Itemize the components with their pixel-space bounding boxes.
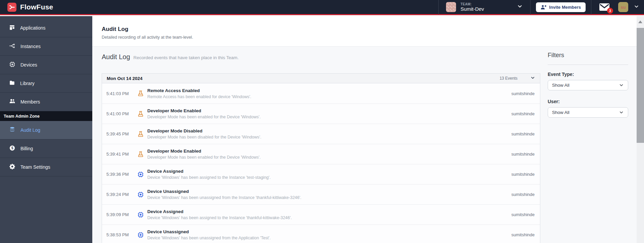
filters-title: Filters	[548, 52, 628, 59]
sidebar-item-label: Library	[20, 81, 35, 86]
event-title: Remote Access Enabled	[147, 88, 251, 93]
sidebar-item-audit-log[interactable]: Audit Log	[0, 121, 92, 139]
event-user: sumitshinde	[511, 232, 540, 237]
scrollbar-thumb[interactable]	[637, 28, 644, 143]
chip-icon	[137, 211, 144, 218]
flask-icon	[137, 90, 144, 97]
user-filter-label: User:	[548, 99, 628, 104]
event-description: Device 'Windows' has been assigned to th…	[147, 215, 292, 220]
library-icon	[9, 80, 15, 87]
date-label: Mon Oct 14 2024	[107, 76, 143, 81]
invite-members-button[interactable]: Invite Members	[536, 2, 586, 12]
user-select[interactable]: Show All	[548, 107, 628, 118]
sidebar-item-label: Members	[20, 99, 40, 105]
svg-text:$: $	[11, 146, 13, 150]
sidebar-item-team-settings[interactable]: Team Settings	[0, 158, 92, 176]
event-time: 5:39:36 PM	[106, 172, 137, 177]
page-title: Audit Log	[102, 26, 637, 33]
event-type-select[interactable]: Show All	[548, 80, 628, 90]
event-description: Developer Mode has been enabled for the …	[147, 115, 261, 119]
event-user: sumitshinde	[511, 192, 540, 197]
event-time: 5:41:03 PM	[106, 91, 137, 96]
event-title: Device Assigned	[147, 169, 270, 174]
event-description: Device 'Windows' has been assigned to th…	[147, 175, 270, 180]
chip-icon	[137, 191, 144, 198]
team-label: TEAM:	[460, 2, 484, 6]
sidebar-item-label: Billing	[20, 146, 33, 151]
top-navbar: FlowFuse TEAM: Sumit-Dev Invite Members	[0, 0, 644, 15]
event-time: 5:41:00 PM	[106, 111, 137, 116]
event-user: sumitshinde	[511, 152, 540, 157]
table-row: 5:39:36 PM Device Assigned Device 'Windo…	[102, 164, 540, 184]
audit-log-icon	[9, 126, 15, 134]
flask-icon	[137, 151, 144, 158]
event-type-label: Event Type:	[548, 72, 628, 77]
chip-icon	[137, 191, 144, 198]
event-title: Developer Mode Enabled	[147, 149, 261, 154]
notifications-button[interactable]: 3	[591, 0, 618, 15]
page-subtitle: Detailed recording of all activity at th…	[102, 35, 637, 40]
brand-name: FlowFuse	[20, 3, 53, 11]
sidebar-item-label: Team Settings	[20, 164, 50, 170]
chip-icon	[137, 232, 144, 238]
mail-icon: 3	[599, 3, 609, 11]
sidebar-item-label: Devices	[20, 62, 37, 68]
instances-icon	[9, 43, 15, 50]
event-user: sumitshinde	[511, 91, 540, 96]
chip-icon	[137, 211, 144, 218]
sidebar-item-label: Instances	[20, 44, 41, 49]
event-time: 5:38:53 PM	[106, 232, 137, 237]
user-menu[interactable]: su	[618, 0, 644, 15]
flask-icon	[137, 131, 144, 137]
date-group-header[interactable]: Mon Oct 14 2024 13 Events	[102, 74, 540, 83]
event-description: Developer Mode has been enabled for the …	[147, 155, 261, 160]
table-row: 5:41:00 PM Developer Mode Enabled Develo…	[102, 104, 540, 124]
members-icon	[9, 98, 15, 106]
sidebar-item-members[interactable]: Members	[0, 93, 92, 111]
sidebar-item-billing[interactable]: $ Billing	[0, 139, 92, 158]
divider	[548, 65, 628, 65]
applications-icon	[9, 25, 15, 32]
event-time: 5:39:41 PM	[106, 152, 137, 157]
flask-icon	[137, 151, 144, 158]
event-user: sumitshinde	[511, 111, 540, 116]
flask-icon	[137, 90, 144, 97]
team-avatar	[446, 2, 456, 12]
chevron-down-icon	[517, 3, 523, 11]
event-description: Developer Mode has been disabled for the…	[147, 135, 261, 139]
sidebar-item-devices[interactable]: Devices	[0, 56, 92, 74]
sidebar-item-instances[interactable]: Instances	[0, 37, 92, 56]
table-row: 5:39:09 PM Device Assigned Device 'Windo…	[102, 204, 540, 225]
flowfuse-logo[interactable]: FlowFuse	[7, 3, 53, 12]
user-avatar: su	[618, 2, 628, 12]
chevron-down-icon[interactable]	[530, 75, 535, 82]
team-selector[interactable]: TEAM: Sumit-Dev	[439, 0, 530, 15]
user-plus-icon	[541, 5, 546, 10]
table-row: 5:39:24 PM Device Unassigned Device 'Win…	[102, 184, 540, 204]
team-name: Sumit-Dev	[460, 6, 484, 12]
sidebar: Applications Instances Devices Library M…	[0, 16, 92, 243]
sidebar-item-applications[interactable]: Applications	[0, 19, 92, 37]
event-time: 5:39:24 PM	[106, 192, 137, 197]
section-subtitle: Recorded events that have taken place in…	[134, 55, 239, 60]
table-row: 5:41:03 PM Remote Access Enabled Remote …	[102, 83, 540, 104]
devices-icon	[9, 61, 15, 69]
sidebar-item-library[interactable]: Library	[0, 74, 92, 93]
event-time: 5:39:09 PM	[106, 212, 137, 217]
sidebar-item-label: Audit Log	[20, 127, 40, 133]
scrollbar-track[interactable]	[637, 16, 644, 243]
main-content: Audit Log Recorded events that have take…	[92, 47, 637, 243]
table-row: 5:39:45 PM Developer Mode Disabled Devel…	[102, 124, 540, 144]
flowfuse-logo-icon	[7, 3, 16, 12]
filters-panel: Filters Event Type: Show All User: Show …	[548, 52, 628, 118]
chevron-down-icon	[619, 110, 624, 115]
event-title: Device Assigned	[147, 209, 292, 214]
event-type-value: Show All	[552, 83, 569, 88]
event-title: Device Unassigned	[147, 229, 270, 234]
event-title: Developer Mode Disabled	[147, 128, 261, 133]
scrollbar-up-arrow[interactable]	[638, 21, 642, 23]
event-rows: 5:41:03 PM Remote Access Enabled Remote …	[102, 83, 540, 243]
user-filter-value: Show All	[552, 110, 569, 115]
notification-badge: 3	[607, 8, 613, 14]
event-title: Device Unassigned	[147, 189, 301, 194]
